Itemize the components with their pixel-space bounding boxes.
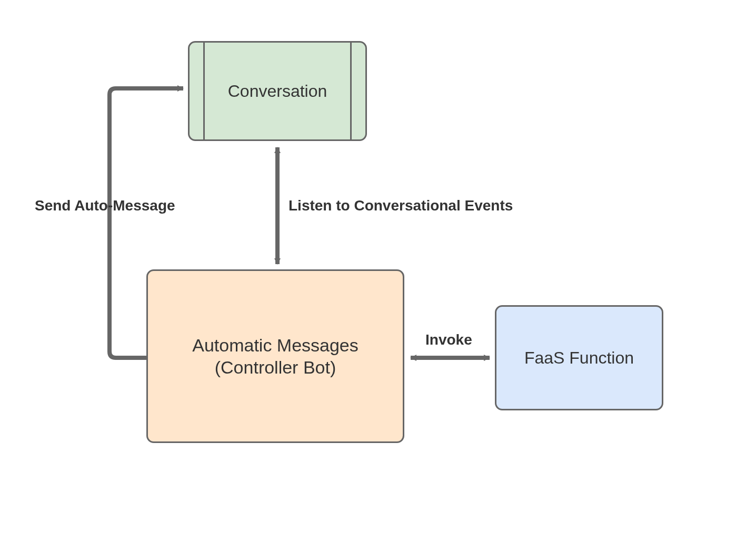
edge-label-listen-events: Listen to Conversational Events [289, 197, 513, 214]
edge-label-send-auto-message: Send Auto-Message [35, 197, 175, 214]
node-automatic-messages-label-line2: (Controller Bot) [215, 357, 336, 377]
node-faas-function: FaaS Function [495, 305, 663, 410]
node-automatic-messages-label: Automatic Messages (Controller Bot) [187, 334, 364, 379]
node-automatic-messages-label-line1: Automatic Messages [192, 335, 359, 355]
diagram-canvas: Conversation Automatic Messages (Control… [0, 0, 756, 533]
node-faas-function-label: FaaS Function [519, 347, 639, 368]
node-conversation-stripe-right [350, 43, 352, 139]
node-conversation-label: Conversation [223, 81, 333, 102]
node-conversation: Conversation [188, 41, 367, 141]
node-conversation-stripe-left [203, 43, 205, 139]
edge-label-invoke: Invoke [425, 331, 472, 348]
arrows-layer [0, 0, 756, 533]
node-automatic-messages: Automatic Messages (Controller Bot) [146, 269, 404, 443]
